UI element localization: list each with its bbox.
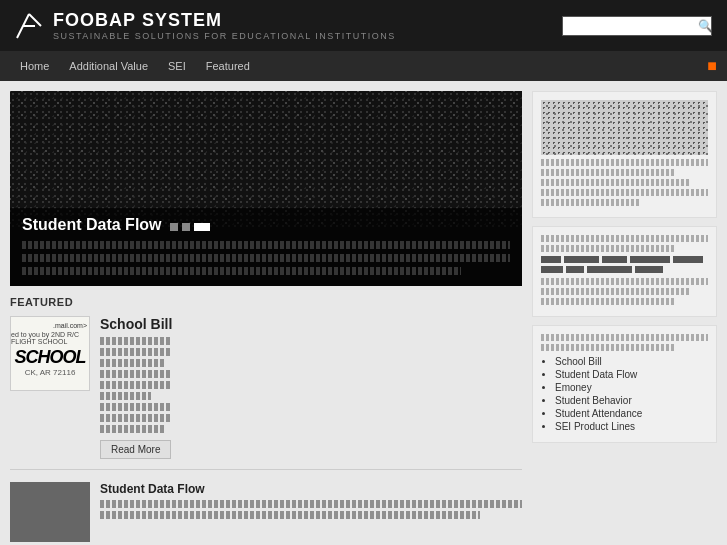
svg-line-1 [29, 14, 41, 26]
thumb-from-label: ed to you by 2ND R/C FLIGHT SCHOOL [11, 331, 89, 345]
stub-content: Student Data Flow [100, 482, 522, 542]
widget-text-line [541, 189, 708, 196]
logo-icon [15, 12, 43, 40]
search-box[interactable]: 🔍 [562, 16, 712, 36]
widget-text-line [541, 235, 708, 242]
post-text-line [100, 337, 172, 345]
rss-icon[interactable]: ■ [707, 57, 717, 75]
content-area: Student Data Flow FEATURED [10, 91, 522, 545]
post-text-line [100, 403, 172, 411]
slide-nav-dot[interactable] [170, 223, 178, 231]
stub-text-line [100, 511, 480, 519]
widget-text-line [541, 245, 675, 252]
widget-image-area [541, 100, 708, 155]
thumb-school-label: SCHOOL [14, 347, 85, 368]
widget-text-line [541, 278, 708, 285]
tag-block[interactable] [635, 266, 663, 273]
sidebar-list-item-student-attendance[interactable]: Student Attendance [555, 408, 708, 419]
tag-block[interactable] [673, 256, 703, 263]
nav-featured[interactable]: Featured [196, 51, 260, 81]
hero-text-line [22, 241, 510, 249]
sidebar-list-item-student-behavior[interactable]: Student Behavior [555, 395, 708, 406]
stub-thumb [10, 482, 90, 542]
widget-text-line [541, 334, 708, 341]
featured-label: FEATURED [10, 296, 522, 308]
site-header: FOOBАР SYSTEM SUSTAINABLE SOLUTIONS FOR … [0, 0, 727, 51]
sidebar-list: School Bill Student Data Flow Emoney Stu… [541, 356, 708, 432]
hero-text-line [22, 267, 461, 275]
sidebar-widget-1 [532, 91, 717, 218]
sidebar-list-item-school-bill[interactable]: School Bill [555, 356, 708, 367]
nav-additional-value[interactable]: Additional Value [59, 51, 158, 81]
search-icon: 🔍 [698, 19, 713, 33]
hero-slideshow: Student Data Flow [10, 91, 522, 286]
post-text-line [100, 425, 165, 433]
featured-item: .mail.com> ed to you by 2ND R/C FLIGHT S… [10, 316, 522, 470]
tag-block[interactable] [630, 256, 670, 263]
widget-text-line [541, 179, 691, 186]
slide-nav-dot[interactable] [182, 223, 190, 231]
tag-block[interactable] [566, 266, 584, 273]
featured-thumb: .mail.com> ed to you by 2ND R/C FLIGHT S… [10, 316, 90, 391]
thumb-address: CK, AR 72116 [25, 368, 76, 377]
post-text-line [100, 370, 172, 378]
featured-item-stub: Student Data Flow [10, 482, 522, 542]
main-wrapper: Student Data Flow FEATURED [0, 81, 727, 545]
tag-block[interactable] [541, 266, 563, 273]
thumb-mail: .mail.com> [53, 322, 87, 329]
widget-text-line [541, 159, 708, 166]
sidebar: School Bill Student Data Flow Emoney Stu… [532, 91, 717, 545]
post-text-line [100, 414, 172, 422]
post-text-line [100, 381, 172, 389]
sidebar-list-item-student-data-flow[interactable]: Student Data Flow [555, 369, 708, 380]
sidebar-list-item-sei-product-lines[interactable]: SEI Product Lines [555, 421, 708, 432]
widget-text-line [541, 169, 675, 176]
tag-block[interactable] [541, 256, 561, 263]
widget-text-line [541, 344, 675, 351]
read-more-button[interactable]: Read More [100, 440, 171, 459]
tag-block[interactable] [587, 266, 632, 273]
title-block: FOOBАР SYSTEM SUSTAINABLE SOLUTIONS FOR … [53, 10, 396, 41]
nav-sei[interactable]: SEI [158, 51, 196, 81]
hero-overlay: Student Data Flow [10, 208, 522, 286]
post-text-line [100, 359, 165, 367]
slide-nav-dot-active[interactable] [194, 223, 210, 231]
post-text-line [100, 348, 172, 356]
tag-block[interactable] [564, 256, 599, 263]
search-input[interactable] [568, 20, 698, 32]
stub-post-title: Student Data Flow [100, 482, 522, 496]
stub-text-line [100, 500, 522, 508]
widget-text-line [541, 288, 691, 295]
site-subtitle: SUSTAINABLE SOLUTIONS FOR EDUCATIONAL IN… [53, 31, 396, 41]
sidebar-list-item-emoney[interactable]: Emoney [555, 382, 708, 393]
nav-home[interactable]: Home [10, 51, 59, 81]
logo-area: FOOBАР SYSTEM SUSTAINABLE SOLUTIONS FOR … [15, 10, 396, 41]
hero-text-line [22, 254, 510, 262]
sidebar-widget-2 [532, 226, 717, 317]
sidebar-widget-3: School Bill Student Data Flow Emoney Stu… [532, 325, 717, 443]
widget-text-line [541, 298, 675, 305]
featured-post-title: School Bill [100, 316, 172, 332]
post-text-line [100, 392, 151, 400]
tag-block[interactable] [602, 256, 627, 263]
site-title: FOOBАР SYSTEM [53, 10, 396, 31]
navbar: Home Additional Value SEI Featured ■ [0, 51, 727, 81]
featured-content: School Bill Read More [100, 316, 172, 459]
widget-text-line [541, 199, 641, 206]
hero-title: Student Data Flow [22, 216, 162, 234]
featured-section: FEATURED .mail.com> ed to you by 2ND R/C… [10, 296, 522, 542]
